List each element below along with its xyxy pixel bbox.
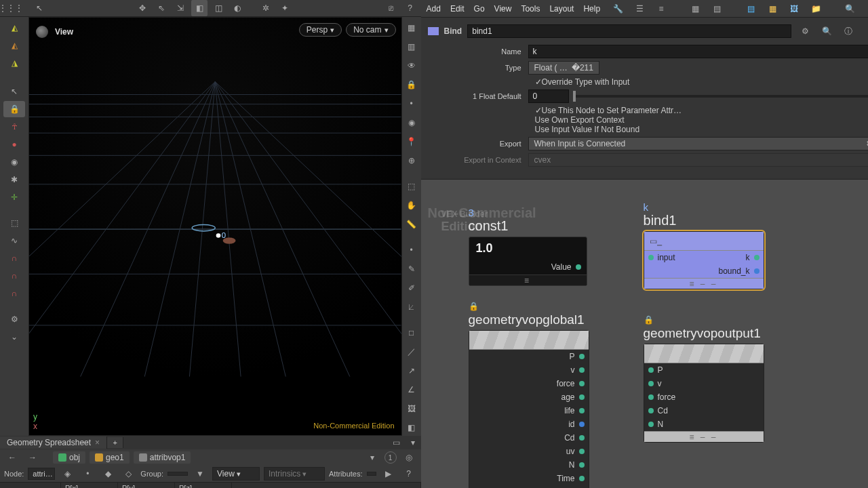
- menu-edit[interactable]: Edit: [450, 4, 465, 14]
- scale-icon[interactable]: ⇲: [172, 0, 189, 16]
- port-id[interactable]: [579, 422, 585, 427]
- menu-layout[interactable]: Layout: [549, 4, 574, 14]
- sphere2-icon[interactable]: ◉: [401, 115, 422, 131]
- tri-blue-icon[interactable]: ◮: [3, 55, 25, 71]
- port-in-P[interactable]: [648, 367, 654, 373]
- floatdef-field[interactable]: [528, 89, 569, 103]
- menu-help[interactable]: Help: [583, 4, 600, 14]
- grid-menu-icon[interactable]: ⋮⋮⋮: [3, 0, 19, 16]
- menu-add[interactable]: Add: [427, 4, 441, 14]
- magnet2-icon[interactable]: ∩: [3, 268, 25, 284]
- fx2-icon[interactable]: ✦: [277, 0, 293, 16]
- name-field[interactable]: [528, 45, 868, 58]
- floatdef-slider[interactable]: [573, 95, 868, 98]
- wire-cube-icon[interactable]: ◫: [210, 0, 226, 16]
- axes-icon[interactable]: ✛: [3, 189, 25, 205]
- eye-icon[interactable]: 👁: [401, 58, 422, 74]
- view-select[interactable]: View ▾: [212, 467, 260, 481]
- ss-i3-icon[interactable]: ◆: [100, 466, 116, 482]
- magnet1-icon[interactable]: ∩: [3, 250, 25, 266]
- filter-icon[interactable]: ▼: [192, 466, 208, 482]
- close-icon[interactable]: ×: [95, 438, 100, 447]
- port-P[interactable]: [579, 354, 585, 359]
- tri-yellow-icon[interactable]: ◭: [3, 20, 25, 36]
- port-in-N[interactable]: [648, 422, 654, 427]
- pin-icon[interactable]: 📍: [401, 134, 422, 150]
- port-value[interactable]: [576, 264, 581, 270]
- viewport[interactable]: 0 View Persp ▾ No cam ▾ Non-Commercial E…: [28, 17, 402, 436]
- add-tab-button[interactable]: +: [107, 437, 123, 448]
- port-Cd[interactable]: [579, 435, 585, 441]
- node-field[interactable]: attri…: [28, 468, 55, 480]
- img-icon[interactable]: 🖼: [401, 401, 422, 417]
- node-name-field[interactable]: [467, 24, 791, 38]
- intrinsics-select[interactable]: Intrinsics ▾: [264, 467, 325, 481]
- pane-menu-icon[interactable]: ▾: [405, 434, 421, 451]
- gear2-icon[interactable]: ⚙: [863, 1, 868, 17]
- grp-icon[interactable]: ▥: [401, 39, 422, 55]
- pen2-icon[interactable]: ✐: [401, 280, 422, 296]
- node-footer[interactable]: ≡ – –: [644, 278, 764, 289]
- img2-icon[interactable]: 🖼: [786, 1, 802, 17]
- sq-icon[interactable]: □: [401, 325, 422, 341]
- help-icon[interactable]: ?: [402, 0, 418, 16]
- menu-tools[interactable]: Tools: [521, 4, 540, 14]
- parm-gear-icon[interactable]: ⚙: [797, 23, 813, 39]
- grid2-icon[interactable]: ▤: [709, 1, 725, 17]
- port-N[interactable]: [579, 462, 585, 468]
- note-icon[interactable]: ▤: [743, 1, 759, 17]
- col-icon[interactable]: ◧: [401, 420, 422, 436]
- node-const1[interactable]: 3 const1 1.0 Value ≡: [469, 207, 587, 286]
- node-geometryvopoutput1[interactable]: 🔒 geometryvopoutput1 PvforceCdN ≡ – –: [644, 315, 764, 443]
- play-icon[interactable]: ▶: [380, 466, 397, 482]
- para-icon[interactable]: ≡: [653, 1, 669, 17]
- parm-help-icon[interactable]: ?: [862, 23, 868, 39]
- handle-icon[interactable]: ✥: [134, 0, 151, 16]
- parm-info-icon[interactable]: ⓘ: [840, 23, 856, 39]
- pane-max-icon[interactable]: ▭: [389, 434, 405, 451]
- crumb-attribvop1[interactable]: attribvop1: [134, 451, 191, 464]
- port-in-Cd[interactable]: [648, 408, 654, 413]
- parm-search-icon[interactable]: 🔍: [818, 23, 835, 39]
- pick2-icon[interactable]: ⬚: [401, 178, 422, 195]
- network-icon[interactable]: ⎚: [383, 0, 399, 16]
- port-k[interactable]: [754, 255, 760, 260]
- col-py[interactable]: P[y]: [118, 483, 175, 488]
- col-px[interactable]: P[x]: [61, 483, 118, 488]
- nav-back-icon[interactable]: ←: [4, 449, 20, 466]
- menu-go[interactable]: Go: [474, 4, 485, 14]
- select-arrow-icon[interactable]: ↖: [3, 83, 25, 100]
- port-v[interactable]: [579, 367, 585, 373]
- node-footer[interactable]: ≡: [469, 274, 587, 285]
- wrench-icon[interactable]: 🔧: [610, 1, 626, 17]
- nav-fwd-icon[interactable]: →: [24, 449, 41, 466]
- magnet3-icon[interactable]: ∩: [3, 285, 25, 302]
- port-life[interactable]: [579, 408, 585, 413]
- camera-persp-pill[interactable]: Persp ▾: [299, 23, 342, 37]
- port-Time[interactable]: [579, 476, 585, 481]
- spark-icon[interactable]: ✱: [3, 171, 25, 188]
- hand-icon[interactable]: ✋: [401, 197, 422, 214]
- shaded-cube-icon[interactable]: ◧: [191, 0, 208, 16]
- search-icon[interactable]: 🔍: [842, 1, 858, 17]
- pen-icon[interactable]: ✎: [401, 261, 422, 277]
- port-uv[interactable]: [579, 449, 585, 454]
- line-icon[interactable]: ／: [401, 344, 422, 360]
- port-force[interactable]: [579, 381, 585, 386]
- light-icon[interactable]: ◐: [229, 0, 245, 16]
- tab-geometry-spreadsheet[interactable]: Geometry Spreadsheet×: [0, 436, 107, 449]
- folder-icon[interactable]: 📁: [808, 1, 824, 17]
- tri-orange-icon[interactable]: ◭: [3, 37, 25, 54]
- node-graph[interactable]: Non-Commercial VEX Builder Edition 3 con…: [421, 180, 868, 488]
- cursor-arrow-icon[interactable]: ↖: [31, 0, 47, 16]
- sticky-icon[interactable]: ▦: [764, 1, 781, 17]
- gear-icon[interactable]: ⚙: [3, 311, 25, 327]
- port-age[interactable]: [579, 394, 585, 400]
- fx1-icon[interactable]: ✲: [258, 0, 274, 16]
- attrib-field[interactable]: [367, 472, 376, 476]
- person-icon[interactable]: ☥: [3, 119, 25, 135]
- port-input[interactable]: [648, 255, 654, 260]
- sel-icon[interactable]: ▦: [401, 20, 422, 36]
- crumb-obj[interactable]: obj: [53, 451, 85, 464]
- node-footer[interactable]: ≡ – –: [644, 431, 764, 442]
